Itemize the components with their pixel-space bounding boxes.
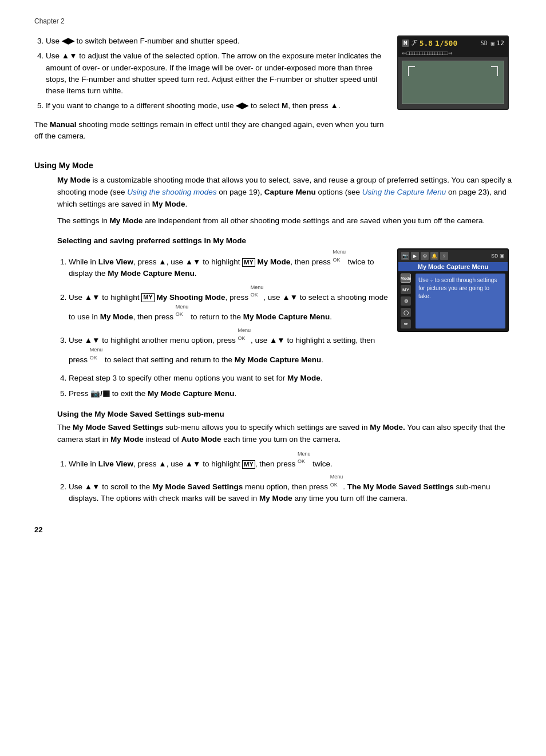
mymode-sidebar-item-3: ◯ xyxy=(401,308,411,317)
sub1-step-4: Repeat step 3 to specify other menu opti… xyxy=(69,373,512,384)
link-capture-menu[interactable]: Using the Capture Menu xyxy=(362,188,446,196)
step-3: Use ◀▶ to switch between F-number and sh… xyxy=(46,35,386,47)
manual-note: The Manual shooting mode settings remain… xyxy=(34,119,386,143)
sub1-step-5: Press 📷/▦ to exit the My Mode Capture Me… xyxy=(69,388,512,399)
my-mode-para2: The settings in My Mode are independent … xyxy=(57,215,512,227)
top-section: Use ◀▶ to switch between F-number and sh… xyxy=(34,35,512,143)
link-shooting-modes[interactable]: Using the shooting modes xyxy=(127,188,216,196)
top-text-block: Use ◀▶ to switch between F-number and sh… xyxy=(34,35,386,143)
step-5: If you want to change to a different sho… xyxy=(46,100,386,112)
cam-top-bar: M 𝓕 5.8 1/500 SD ▣ 12 xyxy=(398,37,508,49)
mymode-icon-1: 📷 xyxy=(401,252,409,260)
sub2-step-2: Use ▲▼ to scroll to the My Mode Saved Se… xyxy=(69,473,512,505)
menu-ok-3: MenuOK xyxy=(176,303,189,319)
mymode-sidebar-item-my: MY xyxy=(401,285,411,294)
sub1-step-3: Use ▲▼ to highlight another menu option,… xyxy=(69,327,389,366)
sub2-heading: Using the My Mode Saved Settings sub-men… xyxy=(57,410,512,418)
main-content: Use ◀▶ to switch between F-number and sh… xyxy=(34,35,512,508)
mymode-title-bar: My Mode Capture Menu xyxy=(398,262,508,271)
mymode-icon-2: ▶ xyxy=(411,252,419,260)
sub1-heading: Selecting and saving preferred settings … xyxy=(57,236,512,245)
sub1-step-2: Use ▲▼ to highlight MY My Shooting Mode,… xyxy=(69,284,389,323)
menu-ok-1: MenuOK xyxy=(333,248,346,264)
camera-top-image: M 𝓕 5.8 1/500 SD ▣ 12 ⇐ □□□□□□□□□□□□□□□□… xyxy=(397,35,512,143)
cam-bracket-left xyxy=(408,66,415,76)
menu-ok-sub2-1: MenuOK xyxy=(298,450,311,466)
cam-fstop-symbol: 𝓕 xyxy=(412,38,417,48)
mymode-sd-indicator: SD ▣ xyxy=(491,253,505,259)
menu-ok-2: MenuOK xyxy=(251,284,264,299)
chapter-label: Chapter 2 xyxy=(34,17,512,25)
cam-shutter: 1/500 xyxy=(435,39,457,48)
mymode-top-bar: 📷 ▶ ⚙ 🔔 ? SD ▣ xyxy=(398,250,508,262)
camera-screen-mymode: 📷 ▶ ⚙ 🔔 ? SD ▣ My Mode Capture Menu Mode… xyxy=(397,248,509,332)
mymode-sidebar-item-4: ✏ xyxy=(401,319,411,328)
sub2-step-1: While in Live View, press ▲, use ▲▼ to h… xyxy=(69,450,512,470)
menu-ok-sub2-2: MenuOK xyxy=(330,473,343,489)
steps-list: While in Live View, press ▲, use ▲▼ to h… xyxy=(57,248,389,370)
sub1-step-1: While in Live View, press ▲, use ▲▼ to h… xyxy=(69,248,389,280)
cam-mode-badge: M xyxy=(402,39,409,47)
mymode-body: Mode MY ⚙ ◯ ✏ Use ÷ to scroll through se… xyxy=(398,271,508,331)
menu-ok-5: MenuOK xyxy=(90,346,103,362)
sub1-steps-ol: While in Live View, press ▲, use ▲▼ to h… xyxy=(57,248,389,366)
cam-viewfinder xyxy=(402,61,504,104)
sub2-para1: The My Mode Saved Settings sub-menu allo… xyxy=(57,422,512,446)
cam-bracket-right xyxy=(491,66,498,76)
my-mode-para1: My Mode is a customizable shooting mode … xyxy=(57,175,512,211)
mymode-icon-3: ⚙ xyxy=(421,252,429,260)
cam-fnum: 5.8 xyxy=(420,39,433,48)
menu-ok-4: MenuOK xyxy=(238,327,251,342)
cam-frame-count: 12 xyxy=(497,39,504,47)
mymode-icon-5: ? xyxy=(440,252,448,260)
mymode-sidebar-item-2: ⚙ xyxy=(401,296,411,306)
sub2-steps-ol: While in Live View, press ▲, use ▲▼ to h… xyxy=(57,450,512,505)
mymode-camera-image: 📷 ▶ ⚙ 🔔 ? SD ▣ My Mode Capture Menu Mode… xyxy=(397,248,512,370)
camera-screen-top: M 𝓕 5.8 1/500 SD ▣ 12 ⇐ □□□□□□□□□□□□□□□□… xyxy=(397,35,509,110)
cam-sd: SD ▣ xyxy=(481,40,494,46)
mymode-content-text: Use ÷ to scroll through settings for pic… xyxy=(416,274,505,328)
mymode-sidebar-item-1: Mode xyxy=(401,274,411,283)
steps-with-image: While in Live View, press ▲, use ▲▼ to h… xyxy=(57,248,512,370)
badge-my-2: MY xyxy=(141,293,155,302)
mymode-icon-4: 🔔 xyxy=(430,252,438,260)
step-4: Use ▲▼ to adjust the value of the select… xyxy=(46,50,386,97)
sub1-cont-ol: Repeat step 3 to specify other menu opti… xyxy=(57,373,512,400)
page-number: 22 xyxy=(34,525,512,534)
mymode-sidebar: Mode MY ⚙ ◯ ✏ xyxy=(401,274,413,328)
cam-meter-display: ⇐ □□□□□□□□□□□□□□□□ ⇒ xyxy=(402,50,452,56)
top-steps-list: Use ◀▶ to switch between F-number and sh… xyxy=(34,35,386,112)
cam-meter-row: ⇐ □□□□□□□□□□□□□□□□ ⇒ xyxy=(398,49,508,57)
using-my-mode-heading: Using My Mode xyxy=(34,161,512,170)
badge-my-sub2-1: MY xyxy=(242,460,255,469)
using-my-mode-body: My Mode is a customizable shooting mode … xyxy=(57,175,512,227)
badge-my-1: MY xyxy=(242,258,255,267)
steps-continuation: Repeat step 3 to specify other menu opti… xyxy=(57,373,512,400)
using-my-mode-section: Using My Mode My Mode is a customizable … xyxy=(34,148,512,508)
